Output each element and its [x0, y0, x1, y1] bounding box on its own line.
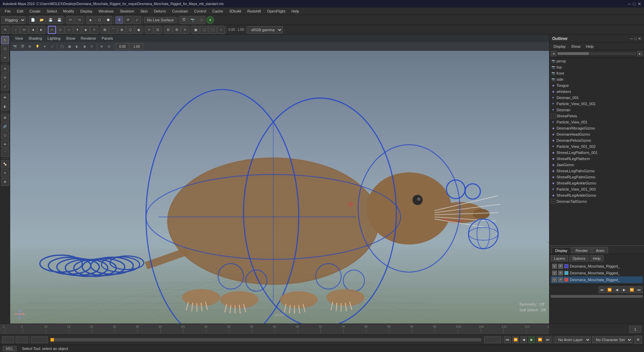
extra-btn[interactable]: ⊕ — [1, 178, 9, 186]
outliner-item[interactable]: ◈ShrewRLegAnkleGizmo — [549, 192, 644, 198]
max-frame-input[interactable]: 200 — [484, 336, 501, 343]
right-timeline-scroll[interactable] — [551, 295, 643, 298]
snap-btn[interactable]: ⊞ — [1, 114, 9, 122]
expand-icon[interactable]: + — [551, 114, 556, 118]
current-frame-box[interactable]: 1 — [16, 336, 28, 343]
vp-shadow-btn[interactable]: ◐ — [74, 43, 80, 50]
scale-btn[interactable]: ⤢ — [1, 82, 9, 91]
render-btn[interactable]: 🎬 — [180, 16, 188, 24]
outliner-maximize-btn[interactable]: □ — [634, 36, 637, 41]
layer3-v-btn[interactable]: V — [552, 277, 557, 282]
start-frame-input[interactable]: 1 — [2, 336, 14, 343]
menu-item-skeleton[interactable]: Skeleton — [117, 8, 137, 14]
snap-poly[interactable]: ⬡ — [126, 26, 134, 34]
layer3-p-btn[interactable]: P — [558, 277, 563, 282]
scroll-bar[interactable] — [558, 52, 636, 55]
outliner-help-menu[interactable]: Help — [584, 44, 596, 49]
soft-sel[interactable]: ⊡ — [154, 26, 162, 34]
outliner-item[interactable]: +ShrewPelvis — [549, 113, 644, 119]
minimize-btn[interactable]: ─ — [628, 1, 631, 6]
vp-ao-btn[interactable]: ◑ — [81, 43, 88, 50]
timeline-track[interactable]: 1510152025303540455055606570758085909510… — [0, 324, 549, 334]
outliner-item[interactable]: ✦Particle_View_001 — [549, 119, 644, 125]
vp-camera-btn[interactable]: 📷 — [12, 43, 18, 50]
undo-btn[interactable]: ↩ — [66, 16, 75, 24]
outliner-item[interactable]: ◈ShrewLLegPlatform_001 — [549, 150, 644, 156]
outliner-display-menu[interactable]: Display — [551, 44, 568, 49]
deform-btn[interactable]: ⬡ — [1, 131, 9, 139]
outliner-item[interactable]: 📷front — [549, 70, 644, 76]
redo-btn[interactable]: ↪ — [75, 16, 83, 24]
snap-grid[interactable]: ⊞ — [101, 26, 109, 34]
select-btn[interactable]: ↖ — [1, 36, 9, 44]
menu-item-edit[interactable]: Edit — [14, 8, 26, 14]
outliner-item[interactable]: ◈DesmanPelvisGizmo — [549, 137, 644, 143]
box-sel2[interactable]: □ — [56, 26, 64, 34]
curve-btn[interactable]: ⌒ — [1, 149, 9, 157]
layer2-p-btn[interactable]: P — [558, 271, 563, 275]
attr-editor[interactable]: ⊟ — [164, 26, 172, 34]
select-tool[interactable]: ◈ — [86, 16, 95, 24]
right-play-btn[interactable]: ▶ — [621, 286, 628, 293]
attr-btn[interactable]: ≡ — [1, 169, 9, 177]
3d-scene[interactable]: Symmetry: Off Soft Select: Off persp Y X — [10, 51, 549, 324]
end-frame-input[interactable]: 120 — [31, 336, 48, 343]
scroll-right-btn[interactable]: ► — [637, 51, 643, 56]
render-side-btn[interactable]: ● — [1, 140, 9, 148]
lasso-sel[interactable]: ✦ — [73, 26, 81, 34]
play-end-btn[interactable]: ⏭ — [545, 336, 551, 343]
outliner-item[interactable]: 📷top — [549, 64, 644, 70]
render4-btn[interactable]: ● — [206, 16, 214, 24]
vp-grid-btn[interactable]: ⊞ — [26, 43, 33, 50]
paint-btn[interactable]: ✏ — [1, 54, 9, 62]
move-tool2[interactable]: ↕ — [12, 26, 20, 34]
play-rewind-btn[interactable]: ⏮ — [504, 336, 511, 343]
outliner-item[interactable]: ✦Particle_View_001_001 — [549, 101, 644, 107]
snap-curve[interactable]: ⌒ — [109, 26, 117, 34]
scroll-left-btn[interactable]: ◄ — [551, 51, 556, 56]
input1[interactable]: ▣ — [192, 26, 200, 34]
vp-menu-shading[interactable]: Shading — [26, 36, 44, 41]
character-set-dropdown[interactable]: No Character Set — [592, 336, 632, 343]
menu-item-constrain[interactable]: Constrain — [169, 8, 191, 14]
options-btn[interactable]: Options — [569, 255, 588, 261]
save-btn[interactable]: 💾 — [46, 16, 55, 24]
render-tab[interactable]: Render — [572, 247, 591, 254]
outliner-item[interactable]: 📷persp — [549, 58, 644, 64]
rotate-tool[interactable]: ⟳ — [124, 16, 132, 24]
outliner-item[interactable]: ◈ShrewRLegPalmGizmo — [549, 174, 644, 180]
tool-settings[interactable]: ⚙ — [173, 26, 181, 34]
outliner-item[interactable]: ◈DesmanHeadGizmo — [549, 131, 644, 137]
component-sel[interactable]: + — [145, 26, 153, 34]
colorspace-dropdown[interactable]: sRGB gamma — [247, 26, 283, 34]
viewport-3d-panel[interactable]: View Shading Lighting Show Renderer Pane… — [10, 35, 549, 324]
vp-menu-view[interactable]: View — [13, 36, 25, 41]
circle-icon[interactable]: ○ — [217, 26, 225, 34]
display-btn[interactable]: ◐ — [1, 102, 9, 111]
vp-smooth-btn[interactable]: ◯ — [59, 43, 65, 50]
move-tool[interactable]: ✛ — [115, 16, 123, 24]
menu-item-windows[interactable]: Windows — [96, 8, 117, 14]
channel-box[interactable]: ≡ — [181, 26, 189, 34]
vp-input2[interactable] — [130, 43, 143, 50]
right-end-btn[interactable]: ⏭ — [636, 286, 643, 293]
vp-light-btn[interactable]: 💡 — [34, 43, 41, 50]
timeline-scrubber[interactable] — [51, 338, 481, 341]
vp-sel-btn[interactable]: ⊕ — [98, 43, 105, 50]
vp-menu-show[interactable]: Show — [64, 36, 78, 41]
outliner-show-menu[interactable]: Show — [569, 44, 583, 49]
outliner-item[interactable]: ◈ShrewRLegPlatform — [549, 156, 644, 162]
vp-menu-lighting[interactable]: Lighting — [45, 36, 63, 41]
outliner-item[interactable]: +DesmanTailGizmo — [549, 198, 644, 204]
outliner-item[interactable]: ✦Particle_View_001_003 — [549, 186, 644, 192]
mel-label[interactable]: MEL — [3, 346, 17, 351]
snap-view[interactable]: ◉ — [135, 26, 143, 34]
back-btn[interactable]: ◄ — [29, 26, 37, 34]
menu-item-cache[interactable]: Cache — [209, 8, 226, 14]
new-btn[interactable]: 📄 — [29, 16, 37, 24]
outliner-item[interactable]: ◈whiskers — [549, 89, 644, 95]
paint-tool[interactable]: ⬢ — [104, 16, 112, 24]
arrow-select[interactable]: ↖ — [1, 26, 9, 34]
layer2-v-btn[interactable]: V — [552, 271, 557, 275]
input2[interactable]: ⬚ — [200, 26, 208, 34]
